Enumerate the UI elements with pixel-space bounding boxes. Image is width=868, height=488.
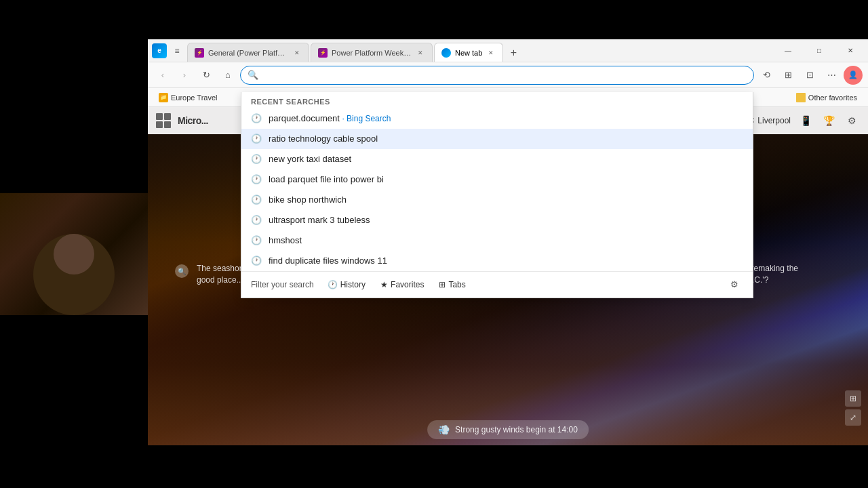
search-text-8: find duplicate files windows 11 (269, 256, 743, 266)
tab-close-button-nyc[interactable]: ✕ (416, 48, 425, 58)
share-button[interactable]: ⊞ (845, 390, 861, 407)
history-icon-4: 🕐 (251, 174, 262, 185)
settings-icon-button[interactable]: ⚙ (844, 113, 860, 129)
address-bar[interactable]: 🔍 RECENT SEARCHES 🕐 parquet.document · B… (240, 66, 754, 85)
favorites-filter-button[interactable]: ★ Favorites (374, 277, 431, 292)
wind-icon: 💨 (438, 424, 450, 435)
black-border-bottom (148, 445, 868, 488)
filter-label: Filter your search (251, 280, 314, 289)
seashore-search-icon: 🔍 (175, 264, 189, 278)
history-btn-label: History (340, 280, 366, 289)
address-search-icon: 🔍 (248, 70, 258, 80)
minimize-button[interactable]: — (773, 39, 803, 62)
dropdown-footer: Filter your search 🕐 History ★ Favorites… (241, 271, 753, 298)
tab-new-tab[interactable]: New tab ✕ (434, 43, 503, 62)
tab-title-new: New tab (455, 49, 482, 57)
history-icon-3: 🕐 (251, 154, 262, 165)
search-dropdown: RECENT SEARCHES 🕐 parquet.document · Bin… (241, 92, 753, 298)
history-icon-2: 🕐 (251, 134, 262, 144)
search-text-7: hmshost (269, 235, 743, 245)
search-item-duplicate-files[interactable]: 🕐 find duplicate files windows 11 (241, 251, 753, 271)
refresh-button[interactable]: ↻ (197, 66, 216, 85)
profile-button[interactable]: 👤 (844, 66, 863, 85)
tabs-container: ⚡ General (Power Platform Week) ✕ ⚡ Powe… (184, 39, 773, 62)
recent-searches-header: RECENT SEARCHES (241, 92, 753, 108)
tab-general-power-platform[interactable]: ⚡ General (Power Platform Week) ✕ (187, 43, 309, 62)
webcam-person (0, 193, 148, 315)
history-filter-icon: 🕐 (328, 280, 338, 289)
address-input[interactable] (262, 70, 747, 80)
favorites-bar-right: Other favorites (792, 92, 861, 104)
europe-travel-label: Europe Travel (171, 94, 217, 102)
search-item-bike-shop[interactable]: 🕐 bike shop northwich (241, 190, 753, 210)
search-item-load-parquet[interactable]: 🕐 load parquet file into power bi (241, 169, 753, 190)
ms-grid-icon[interactable] (156, 113, 171, 128)
search-settings-button[interactable]: ⚙ (726, 276, 743, 293)
edge-logo-icon: e (152, 43, 167, 58)
history-filter-button[interactable]: 🕐 History (321, 277, 372, 292)
split-view-button[interactable]: ⊞ (778, 66, 797, 85)
search-item-hmshost[interactable]: 🕐 hmshost (241, 230, 753, 251)
history-icon-7: 🕐 (251, 235, 262, 246)
history-icon-6: 🕐 (251, 215, 262, 226)
forward-button[interactable]: › (175, 66, 194, 85)
weather-city: Liverpool (757, 116, 791, 125)
tab-power-platform-nyc[interactable]: ⚡ Power Platform Week - NYC Tax... ✕ (311, 43, 433, 62)
browser-window: e ≡ ⚡ General (Power Platform Week) ✕ ⚡ … (148, 39, 868, 446)
back-button[interactable]: ‹ (153, 66, 172, 85)
search-item-ultrasport[interactable]: 🕐 ultrasport mark 3 tubeless (241, 210, 753, 230)
other-favorites-button[interactable]: Other favorites (792, 92, 861, 104)
search-text-5: bike shop northwich (269, 195, 743, 205)
tab-title-general: General (Power Platform Week) (208, 49, 288, 57)
settings-menu-button[interactable]: ⋯ (822, 66, 841, 85)
favorites-filter-icon: ★ (380, 280, 388, 289)
webcam-feed (0, 193, 148, 315)
close-button[interactable]: ✕ (835, 39, 865, 62)
navigation-bar: ‹ › ↻ ⌂ 🔍 RECENT SEARCHES 🕐 parquet.docu… (148, 62, 868, 88)
search-item-parquet-document[interactable]: 🕐 parquet.document · Bing Search (241, 108, 753, 129)
favorites-btn-label: Favorites (391, 280, 424, 289)
navbar-right: ⟲ ⊞ ⊡ ⋯ 👤 (757, 66, 863, 85)
search-item-technology-cable-spool[interactable]: 🕐 ratio technology cable spool (241, 129, 753, 149)
search-text-6: ultrasport mark 3 tubeless (269, 215, 743, 225)
collections-button[interactable]: ⟲ (757, 66, 776, 85)
tabs-btn-label: Tabs (448, 280, 465, 289)
other-favorites-label: Other favorites (808, 94, 857, 102)
tabs-filter-button[interactable]: ⊞ Tabs (432, 277, 472, 292)
tabs-filter-icon: ⊞ (439, 280, 446, 289)
expand-button[interactable]: ⤢ (845, 409, 861, 426)
favorite-europe-travel[interactable]: 📁 Europe Travel (155, 92, 221, 104)
tab-favicon-power-nyc: ⚡ (318, 48, 328, 58)
microsoft-logo: Micro... (178, 115, 208, 126)
tab-list-button[interactable]: ≡ (170, 43, 184, 58)
search-text-2: ratio technology cable spool (269, 134, 743, 144)
tab-title-nyc: Power Platform Week - NYC Tax... (332, 49, 412, 57)
phone-icon-button[interactable]: 📱 (797, 113, 814, 129)
titlebar-left: e ≡ (148, 43, 184, 58)
tab-close-button-new[interactable]: ✕ (486, 48, 496, 58)
titlebar-right: — □ ✕ (773, 39, 868, 62)
tab-favicon-edge (441, 48, 451, 58)
history-icon-8: 🕐 (251, 256, 262, 266)
history-icon-5: 🕐 (251, 195, 262, 205)
title-bar: e ≡ ⚡ General (Power Platform Week) ✕ ⚡ … (148, 39, 868, 62)
bing-label: · Bing Search (342, 114, 391, 123)
browser-essentials-button[interactable]: ⊡ (800, 66, 819, 85)
search-text-4: load parquet file into power bi (269, 174, 743, 184)
new-tab-button[interactable]: + (505, 44, 522, 62)
search-text-3: new york taxi dataset (269, 154, 743, 164)
trophy-icon-button[interactable]: 🏆 (821, 113, 837, 129)
wind-alert-text: Strong gusty winds begin at 14:00 (455, 425, 578, 434)
tab-close-button-general[interactable]: ✕ (292, 48, 302, 58)
home-button[interactable]: ⌂ (218, 66, 237, 85)
history-icon-1: 🕐 (251, 113, 262, 124)
wind-alert-bar[interactable]: 💨 Strong gusty winds begin at 14:00 (427, 420, 589, 439)
europe-travel-favicon: 📁 (159, 93, 168, 102)
search-text-1: parquet.document · Bing Search (269, 113, 743, 123)
other-favorites-icon (796, 93, 806, 102)
tab-favicon-power-platform: ⚡ (195, 48, 204, 58)
maximize-button[interactable]: □ (804, 39, 834, 62)
search-item-new-york-taxi[interactable]: 🕐 new york taxi dataset (241, 149, 753, 169)
